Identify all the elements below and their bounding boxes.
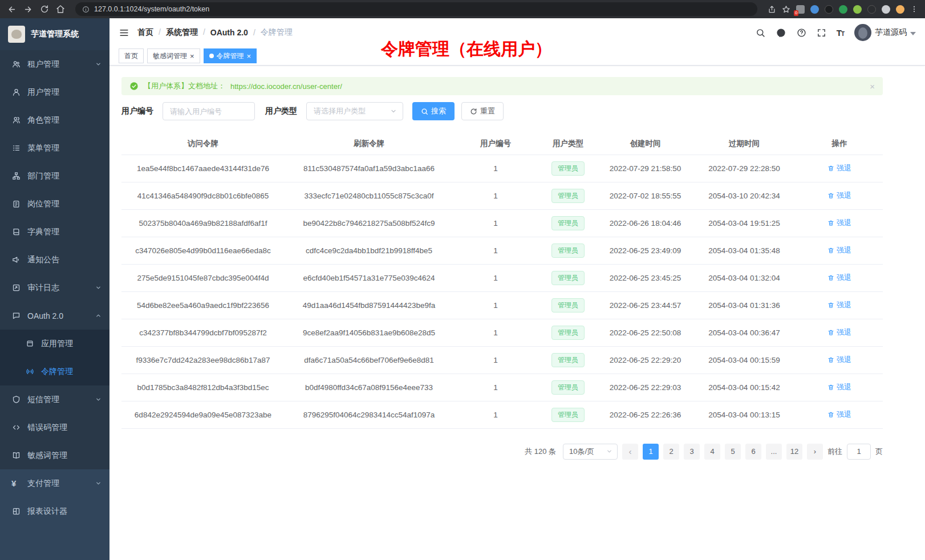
extension-icon-2[interactable] [810,5,819,14]
sidebar-item-oauth2[interactable]: OAuth 2.0 [0,302,109,330]
sidebar-item-error-code[interactable]: 错误码管理 [0,413,109,441]
trash-icon [827,274,834,281]
tab-sensitive-words[interactable]: 敏感词管理 × [147,48,200,63]
username: 芋道源码 [875,27,907,38]
address-bar[interactable]: 127.0.0.1:1024/system/oauth2/token [75,2,757,16]
profile-avatar-icon[interactable] [896,5,904,14]
extension-icon-4[interactable] [839,5,847,14]
browser-home-icon[interactable] [56,5,65,14]
close-icon[interactable]: × [190,52,194,60]
site-info-icon[interactable] [82,6,90,13]
page-size-value: 10条/页 [569,447,594,457]
token-broadcast-icon [25,367,34,376]
sidebar-item-payment[interactable]: ¥ 支付管理 [0,469,109,497]
browser-forward-icon[interactable] [23,5,33,14]
more-pages-button[interactable]: ... [766,444,782,460]
force-logout-button[interactable]: 强退 [827,218,851,228]
sidebar-item-dict[interactable]: 字典管理 [0,218,109,246]
alert-close-icon[interactable]: × [870,82,875,91]
extension-icon-7[interactable] [882,5,890,14]
reset-button[interactable]: 重置 [461,102,504,120]
force-logout-button[interactable]: 强退 [827,300,851,310]
page-button-5[interactable]: 5 [725,444,741,460]
extension-icon-3[interactable] [825,5,833,14]
close-icon[interactable]: × [247,52,251,60]
page-button-4[interactable]: 4 [704,444,720,460]
force-logout-button[interactable]: 强退 [827,163,851,173]
cell-user-type: 管理员 [538,401,598,428]
extension-icon-6[interactable] [867,5,876,14]
hamburger-icon[interactable] [119,27,129,38]
sidebar-item-token[interactable]: 令牌管理 [0,358,109,385]
breadcrumb-system[interactable]: 系统管理 [166,27,210,38]
force-logout-button[interactable]: 强退 [827,382,851,392]
page-size-select[interactable]: 10条/页 [563,444,618,460]
share-icon[interactable] [768,5,776,14]
page-button-1[interactable]: 1 [643,444,659,460]
col-access-token: 访问令牌 [121,133,285,155]
user-menu[interactable]: 芋道源码 [854,24,916,41]
pagination: 共 120 条 10条/页 ‹ 1 2 3 4 5 6 ... 12 › 前往 [121,444,883,460]
sidebar-item-sms[interactable]: 短信管理 [0,385,109,413]
font-size-icon[interactable]: TT [837,28,844,38]
force-logout-button[interactable]: 强退 [827,190,851,201]
sidebar-item-menu[interactable]: 菜单管理 [0,134,109,162]
browser-menu-icon[interactable] [910,5,918,13]
cell-access-token: 275e5de9151045fe87cbdc395e004f4d [121,264,285,291]
page-button-6[interactable]: 6 [745,444,761,460]
extension-icon-1[interactable]: 0 [796,5,805,14]
doc-link[interactable]: https://doc.iocoder.cn/user-center/ [230,82,342,91]
search-icon[interactable] [756,28,765,38]
sidebar-item-report-designer[interactable]: 报表设计器 [0,497,109,525]
cell-expire-time: 2054-03-10 20:42:34 [692,182,796,209]
breadcrumb-home[interactable]: 首页 [137,27,166,38]
sidebar-item-role[interactable]: 角色管理 [0,106,109,134]
help-icon[interactable] [797,28,806,38]
cell-refresh-token: e6cfd40eb1f54571a31e775e039c4624 [285,264,453,291]
navbar-actions: TT 芋道源码 [756,24,916,41]
tab-home[interactable]: 首页 [119,48,144,63]
breadcrumb-oauth2[interactable]: OAuth 2.0 [210,28,261,37]
sidebar-item-dept[interactable]: 部门管理 [0,162,109,190]
cell-user-id: 1 [453,264,538,291]
goto-page-input[interactable] [847,444,871,460]
cell-action: 强退 [796,237,883,264]
logo-image [8,26,25,43]
sidebar-item-post[interactable]: 岗位管理 [0,190,109,218]
force-logout-button[interactable]: 强退 [827,245,851,255]
doc-alert: 【用户体系】文档地址： https://doc.iocoder.cn/user-… [121,77,883,95]
force-logout-button[interactable]: 强退 [827,409,851,420]
page-button-12[interactable]: 12 [786,444,802,460]
sidebar-item-audit-log[interactable]: 审计日志 [0,274,109,302]
sidebar-item-sensitive-words[interactable]: 敏感词管理 [0,441,109,469]
sidebar-item-user[interactable]: 用户管理 [0,78,109,106]
sidebar-item-oauth-app[interactable]: 应用管理 [0,330,109,358]
page-button-2[interactable]: 2 [663,444,679,460]
sidebar-item-tenant[interactable]: 租户管理 [0,50,109,78]
sidebar-item-notice[interactable]: 通知公告 [0,246,109,274]
search-button[interactable]: 搜索 [412,102,455,120]
next-page-button[interactable]: › [807,444,823,460]
prev-page-button[interactable]: ‹ [622,444,638,460]
force-logout-button[interactable]: 强退 [827,355,851,365]
cell-created-time: 2022-06-25 22:29:03 [598,374,692,401]
force-logout-button[interactable]: 强退 [827,273,851,283]
sidebar-item-label: 部门管理 [27,171,102,181]
force-logout-button[interactable]: 强退 [827,327,851,338]
browser-back-icon[interactable] [7,5,17,14]
tab-token-management[interactable]: 令牌管理 × [204,48,257,63]
user-id-input[interactable] [163,102,255,120]
browser-refresh-icon[interactable] [40,5,49,14]
github-icon[interactable] [776,27,786,38]
page-button-3[interactable]: 3 [684,444,700,460]
audit-log-icon [11,283,21,292]
bookmark-star-icon[interactable] [782,5,790,14]
cell-user-type: 管理员 [538,291,598,319]
user-type-select[interactable]: 请选择用户类型 [306,102,403,120]
extension-icon-5[interactable] [853,5,862,14]
cell-created-time: 2022-07-02 18:55:55 [598,182,692,209]
sidebar-item-label: 错误码管理 [27,423,102,433]
sidebar-item-label: 报表设计器 [27,506,102,517]
user-type-badge: 管理员 [551,271,585,285]
fullscreen-icon[interactable] [817,28,826,38]
